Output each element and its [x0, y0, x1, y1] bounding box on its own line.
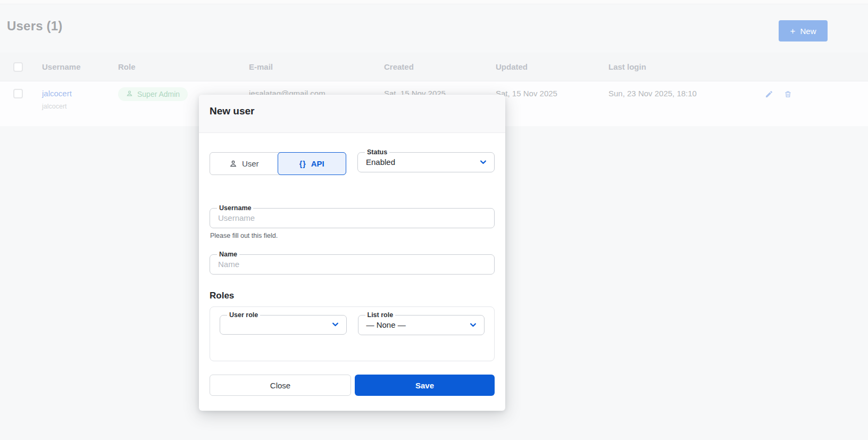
- list-role-select[interactable]: List role — None —: [358, 311, 485, 335]
- roles-heading: Roles: [210, 290, 495, 301]
- user-type-label: User: [242, 159, 259, 168]
- username-error-text: Please fill out this field.: [210, 232, 495, 239]
- modal-title: New user: [210, 105, 495, 117]
- name-label: Name: [217, 251, 239, 258]
- status-select[interactable]: Status Enabled: [357, 148, 495, 172]
- username-input[interactable]: [217, 212, 487, 222]
- save-button[interactable]: Save: [355, 375, 495, 396]
- username-field: Username: [210, 204, 495, 228]
- user-type-button[interactable]: User: [210, 153, 278, 175]
- braces-icon: {}: [299, 160, 306, 168]
- status-value: Enabled: [365, 156, 479, 167]
- api-type-label: API: [311, 159, 324, 168]
- chevron-down-icon: [469, 321, 477, 329]
- list-role-value: — None —: [365, 319, 470, 329]
- api-type-button[interactable]: {} API: [278, 152, 347, 175]
- username-label: Username: [217, 204, 253, 212]
- modal-body: User {} API Status Enabled Username: [199, 148, 505, 396]
- name-input[interactable]: [217, 258, 487, 269]
- modal-footer: Close Save: [210, 375, 495, 396]
- user-role-select[interactable]: User role: [220, 311, 347, 335]
- user-role-label: User role: [227, 311, 260, 319]
- close-button[interactable]: Close: [210, 375, 351, 396]
- chevron-down-icon: [479, 158, 487, 166]
- person-icon: [229, 160, 237, 168]
- list-role-label: List role: [365, 311, 396, 319]
- user-role-value: [227, 319, 331, 329]
- chevron-down-icon: [331, 320, 339, 328]
- new-user-modal: New user User {} API Status Enabled: [199, 95, 505, 411]
- user-type-toggle: User {} API: [210, 152, 346, 175]
- modal-header: New user: [199, 95, 505, 133]
- roles-group: User role List role — None —: [210, 306, 495, 361]
- status-label: Status: [365, 148, 389, 156]
- name-field: Name: [210, 251, 495, 275]
